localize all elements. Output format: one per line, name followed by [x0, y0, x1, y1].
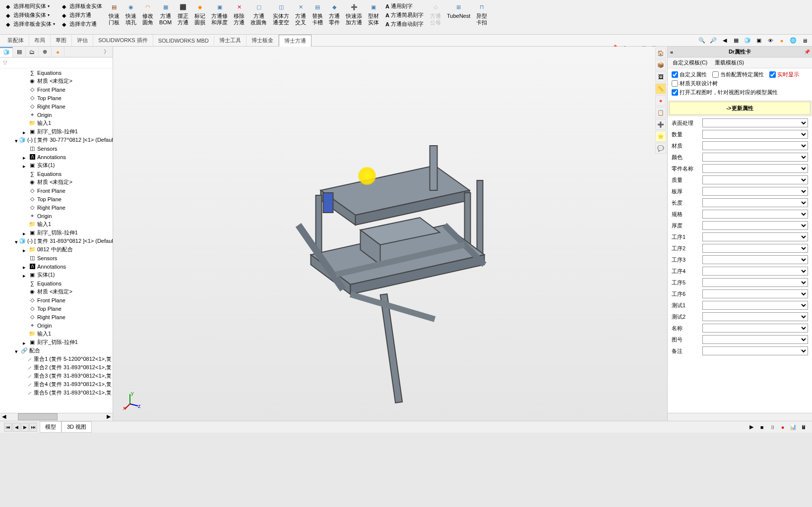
task-home-icon[interactable]: 🏠 [655, 48, 666, 58]
play-icon[interactable]: ▶ [747, 423, 756, 432]
select-same-entity[interactable]: ◆选择相同实体▾ [5, 2, 56, 10]
tree-item[interactable]: ▾🧊(-) [ 复件 31-893^0812 ]<1> (Defaul [0, 237, 113, 245]
property-select[interactable] [702, 324, 808, 333]
tree-item[interactable]: ⌖Origin [0, 212, 113, 220]
tree-item[interactable]: ▾🔗配合 [0, 346, 113, 355]
tree-item[interactable]: ◇Top Plane [0, 195, 113, 203]
model-tab[interactable]: 模型 [40, 421, 62, 433]
select-square-tube[interactable]: ◆选择方通 [61, 11, 103, 19]
open-drawing-view-props-check[interactable]: 打开工程图时，针对视图对应的模型属性 [672, 89, 778, 96]
tube-cross[interactable]: ✕方通交叉 [292, 1, 309, 33]
property-select[interactable] [702, 221, 808, 230]
tree-item[interactable]: ◫Sensors [0, 254, 113, 262]
tube-repair-thickness[interactable]: ▣方通修和厚度 [208, 1, 231, 33]
section-view-icon[interactable]: ▦ [731, 36, 741, 46]
record-icon[interactable]: ● [778, 423, 787, 432]
tree-item[interactable]: ◇Right Plane [0, 313, 113, 321]
profile-body[interactable]: ▣型材实体 [365, 1, 382, 33]
property-select[interactable] [702, 198, 808, 207]
tab-sketch[interactable]: 草图 [51, 35, 72, 46]
tab-doctor-sheetmetal[interactable]: 博士板金 [247, 35, 279, 46]
sidebar-hscroll[interactable]: ◀▶ [0, 413, 113, 421]
stop-icon[interactable]: ■ [757, 423, 766, 432]
property-select[interactable] [702, 175, 808, 184]
tab-layout[interactable]: 布局 [29, 35, 51, 46]
edit-appearance-icon[interactable]: ● [777, 36, 787, 46]
tree-item[interactable]: 📁输入1 [0, 330, 113, 338]
dim-tab[interactable]: ⊕ [39, 47, 52, 57]
tree-item[interactable]: ▸▣刻字_切除-拉伸1 [0, 338, 113, 346]
property-select[interactable] [702, 153, 808, 162]
tree-item[interactable]: ◇Right Plane [0, 203, 113, 212]
quick-fill-hole[interactable]: ◉快速填孔 [123, 1, 139, 33]
expand-icon[interactable]: ▾ [15, 138, 18, 143]
tube-simple-engrave[interactable]: A方通简易刻字 [384, 11, 425, 19]
panel-hscroll[interactable] [668, 413, 812, 421]
tree-item[interactable]: ◇Front Plane [0, 85, 113, 94]
property-select[interactable] [702, 130, 808, 139]
config-tab[interactable]: 🗂 [26, 47, 39, 57]
tree-item[interactable]: ◉材质 <未指定> [0, 287, 113, 296]
tree-item[interactable]: ▸▣实体(1) [0, 271, 113, 279]
tree-item[interactable]: 📁输入1 [0, 220, 113, 228]
tree-item[interactable]: ▸▣刻字_切除-拉伸1 [0, 127, 113, 136]
quick-add-tube[interactable]: ➕快速添加方通 [343, 1, 365, 33]
panel-pin-icon[interactable]: 📌 [804, 49, 810, 55]
task-design-icon[interactable]: 📦 [655, 59, 666, 70]
tree-item[interactable]: ▾🧊(-) [ 复件 30-777^0812 ]<1> (Defaul [0, 136, 113, 144]
property-select[interactable] [702, 335, 808, 344]
solid-tube-hollow[interactable]: ◫实体方通变空 [270, 1, 292, 33]
tree-item[interactable]: ▸📁0812 中的配合 [0, 245, 113, 254]
appearance-tab[interactable]: ● [52, 47, 64, 57]
tree-item[interactable]: ◇Top Plane [0, 94, 113, 102]
tree-item[interactable]: ◫Sensors [0, 144, 113, 153]
tree-item[interactable]: ⌖Origin [0, 321, 113, 330]
config-specific-check[interactable]: 当前配置特定属性 [712, 71, 764, 78]
tree-item[interactable]: ◉材质 <未指定> [0, 178, 113, 186]
tree-item[interactable]: ⟋重合3 (复件 31-893^0812<1>,复 [0, 372, 113, 380]
tree-item[interactable]: ▸🅰Annotations [0, 153, 113, 161]
tree-item[interactable]: ▸▣刻字_切除-拉伸1 [0, 228, 113, 237]
hide-show-icon[interactable]: 👁 [765, 36, 775, 46]
select-non-sheetmetal[interactable]: ◆选择非板金实体▾ [5, 20, 56, 28]
replace-slot[interactable]: ▤替换卡槽 [309, 1, 326, 33]
expand-icon[interactable]: ▸ [23, 230, 28, 235]
task-forum-icon[interactable]: 💬 [655, 143, 666, 154]
remove-tube[interactable]: ✕移除方通 [231, 1, 248, 33]
expand-icon[interactable]: ▸ [23, 247, 28, 252]
pause-icon[interactable]: ⏸ [768, 423, 777, 432]
select-non-square-tube[interactable]: ◆选择非方通 [61, 20, 103, 28]
reload-template-menu[interactable]: 重载模板(S) [715, 59, 744, 66]
tube-bom[interactable]: ▦方通BOM [156, 1, 175, 33]
expand-icon[interactable]: ▸ [23, 340, 28, 345]
tree-item[interactable]: ◉材质 <未指定> [0, 77, 113, 85]
tree-item[interactable]: ⟋重合2 (复件 31-893^0812<1>,复 [0, 363, 113, 372]
tubenest[interactable]: ⊞TubeNest [444, 1, 473, 33]
realtime-display-check[interactable]: 实时显示 [769, 71, 799, 78]
calculator-icon[interactable]: 🖩 [799, 423, 808, 432]
property-tab[interactable]: ▤ [13, 47, 26, 57]
view-orientation-icon[interactable]: 🧊 [743, 36, 752, 46]
property-select[interactable] [702, 232, 808, 241]
tab-sw-mbd[interactable]: SOLIDWORKS MBD [153, 36, 214, 46]
property-select[interactable] [702, 301, 808, 310]
tab-sw-addins[interactable]: SOLIDWORKS 插件 [93, 35, 153, 46]
tab-doctor-tools[interactable]: 博士工具 [214, 35, 247, 46]
tab-assembly[interactable]: 装配体 [2, 35, 29, 46]
special-clip[interactable]: ⊓异型卡扣 [473, 1, 490, 33]
tree-item[interactable]: 📁输入1 [0, 119, 113, 127]
custom-template-menu[interactable]: 自定义模板(C) [673, 59, 707, 66]
select-sheetmetal[interactable]: ◆选择板金实体 [61, 2, 103, 10]
tree-item[interactable]: ∑Equations [0, 68, 113, 77]
tree-item[interactable]: ⟋重合5 (复件 31-893^0812<1>,复 [0, 389, 113, 397]
property-select[interactable] [702, 289, 808, 298]
update-properties-button[interactable]: ->更新属性 [669, 102, 811, 115]
first-sheet-icon[interactable]: ⏮ [4, 423, 12, 432]
task-view-icon[interactable]: 🖼 [655, 71, 666, 82]
panel-collapse-icon[interactable]: « [670, 49, 673, 55]
prev-sheet-icon[interactable]: ◀ [12, 423, 20, 432]
expand-icon[interactable]: ▾ [15, 239, 18, 244]
3d-view-tab[interactable]: 3D 视图 [62, 421, 92, 433]
universal-engrave[interactable]: A通用刻字 [384, 2, 425, 10]
prev-view-icon[interactable]: ◀ [720, 36, 730, 46]
